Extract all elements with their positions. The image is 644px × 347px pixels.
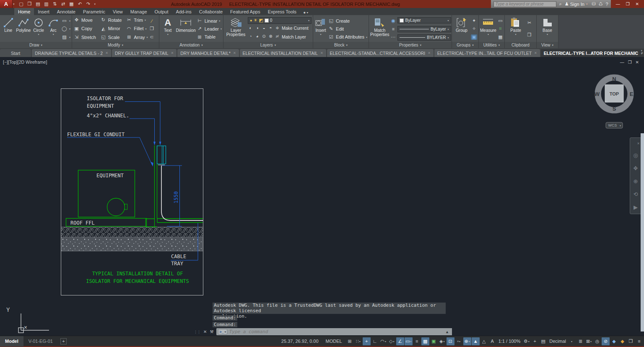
command-tools-icon[interactable]: ⚒ (210, 329, 213, 334)
circle-button[interactable]: Circle ▾ (31, 16, 45, 42)
viewcube-south[interactable]: S (613, 106, 616, 112)
file-tab[interactable]: ELECTRICAL INSTALLATION DETAIL✕ (240, 49, 326, 57)
join-button[interactable]: ⊂ (149, 33, 155, 41)
viewcube-north[interactable]: N (612, 76, 616, 82)
hatch-button[interactable]: ▨▾ (61, 33, 70, 41)
transparency-toggle-icon[interactable]: ▩ (421, 337, 429, 345)
save-as-icon[interactable]: ▥ (44, 1, 49, 7)
linetype-list-button[interactable]: ≡ (390, 25, 397, 33)
command-close-icon[interactable]: ✕ (203, 329, 207, 334)
cut-button[interactable]: ✂ (526, 19, 532, 27)
close-button[interactable]: ✕ (636, 2, 639, 6)
dynamic-input-icon[interactable]: + (363, 337, 371, 345)
annotation-monitor-icon[interactable]: + (531, 337, 539, 345)
osnap-tracking-icon[interactable]: ∠ (396, 337, 404, 345)
erase-button[interactable]: ∕ (149, 17, 155, 25)
viewport-restore-icon[interactable]: ❐ (628, 60, 632, 65)
lock-ui-icon[interactable]: ⊠▾ (585, 337, 593, 345)
block-create-button[interactable]: ◱Create (328, 17, 367, 25)
arc-button[interactable]: Arc ▾ (47, 16, 60, 42)
annotation-panel-label[interactable]: Annotation▾ (159, 42, 223, 48)
close-tab-icon[interactable]: ✕ (105, 51, 108, 55)
command-input-field[interactable]: >_▾ ▲ (216, 328, 452, 335)
properties-panel-label[interactable]: Properties▾ (369, 42, 452, 48)
lineweight-toggle-icon[interactable]: ≡ (413, 337, 421, 345)
layer-tool-icon[interactable]: ◑ (254, 26, 260, 31)
match-layer-button[interactable]: Match Layer (282, 34, 306, 39)
base-button[interactable]: Base ▾ (538, 16, 557, 42)
clean-screen-icon[interactable]: ❒ (627, 337, 635, 345)
command-input[interactable] (229, 329, 443, 334)
selection-cycling-icon[interactable]: ▣ (430, 337, 438, 345)
paste-button[interactable]: Paste ▾ (506, 16, 525, 42)
alert-icon[interactable]: ◆ (618, 337, 626, 345)
file-tab-start[interactable]: Start (0, 49, 31, 57)
ucs-icon[interactable]: Y ✕ (6, 306, 49, 333)
layer-tool-icon[interactable]: ⊗ (268, 34, 273, 39)
command-line[interactable]: ⋮⋮ ✕ ⚒ >_▾ ▲ (193, 328, 452, 335)
layer-tool-icon[interactable]: ⊙ (261, 34, 267, 39)
navigation-bar[interactable]: ✕ ◎ ✥ ⊕ ⟲ ▶ (630, 137, 641, 214)
stretch-button[interactable]: ⇲Stretch (73, 33, 96, 41)
orbit-icon[interactable]: ⟲ (634, 191, 638, 197)
autoscale-icon[interactable]: △ (480, 337, 488, 345)
viewcube[interactable]: N S W E TOP WCS ▾ (595, 76, 634, 128)
close-tab-icon[interactable]: ✕ (233, 51, 236, 55)
tab-view[interactable]: View (109, 8, 127, 15)
logo-caret-icon[interactable]: ▾ (13, 3, 15, 6)
tab-featured-apps[interactable]: Featured Apps (226, 8, 264, 15)
calculator-button[interactable]: ▦ (497, 33, 504, 41)
open-icon[interactable]: ❒ (27, 1, 33, 7)
snap-toggle-icon[interactable]: ∷▾ (354, 337, 362, 345)
navbar-close-icon[interactable]: ✕ (637, 142, 640, 145)
isolate-objects-icon[interactable]: ◎ (593, 337, 601, 345)
quick-select-button[interactable]: ▭ (497, 17, 504, 25)
group-selection-button[interactable]: ▣ (471, 33, 477, 41)
trim-button[interactable]: ✂Trim▾ (126, 16, 148, 24)
explode-button[interactable]: ❒ (149, 25, 155, 33)
object-snap-icon[interactable]: ▭▾ (405, 337, 413, 345)
undo-icon[interactable]: ↶ (77, 1, 83, 7)
save-icon[interactable]: ▤ (35, 1, 41, 7)
block-edit-button[interactable]: ✎Edit (328, 25, 367, 33)
layer-dropdown[interactable]: ● ☀ ◩ 0 ▾ (248, 17, 312, 24)
workspace-switching-icon[interactable]: ⚙▾ (522, 337, 530, 345)
mobile-icon[interactable]: ⇅ (52, 1, 58, 7)
performance-icon[interactable]: ◆ (610, 337, 618, 345)
file-tab[interactable]: DRY MANHOLE DETAIL*✕ (177, 49, 239, 57)
zoom-icon[interactable]: ⊕ (634, 178, 638, 184)
tab-manage[interactable]: Manage (127, 8, 151, 15)
lineweight-dropdown[interactable]: BYLAYER ▾ (397, 34, 451, 41)
group-edit-button[interactable]: ✧ (471, 25, 477, 33)
rotate-button[interactable]: ↻Rotate (100, 16, 122, 24)
clipboard-panel-label[interactable]: Clipboard (505, 42, 536, 48)
customization-icon[interactable]: ≡ (635, 337, 643, 345)
array-button[interactable]: ⊞Array▾ (126, 33, 148, 41)
annotation-visibility-icon[interactable]: ▲ (472, 337, 480, 345)
dynamic-ucs-icon[interactable]: ⊡ (447, 337, 454, 345)
minimize-button[interactable]: — (616, 2, 620, 6)
copy-clip-button[interactable]: ❒ (526, 31, 532, 39)
rectangle-button[interactable]: ▭▾ (61, 17, 70, 25)
table-button[interactable]: ⊞Table (197, 33, 222, 41)
quick-properties-icon[interactable]: ≣ (576, 337, 584, 345)
viewcube-top-label[interactable]: TOP (610, 91, 619, 96)
viewcube-east[interactable]: E (630, 91, 634, 97)
media-button[interactable]: ⏺ ▾ (300, 10, 312, 15)
osnap-3d-icon[interactable]: ◈▾ (438, 337, 446, 345)
selection-filtering-icon[interactable]: ▫▾ (455, 337, 463, 345)
viewport-controls-label[interactable]: [−][Top][2D Wireframe] (3, 60, 47, 65)
command-grip-icon[interactable]: ⋮⋮ (194, 330, 200, 334)
units-caret-icon[interactable]: ▾ (568, 337, 576, 345)
viewport-minimize-icon[interactable]: — (620, 60, 624, 65)
groups-panel-label[interactable]: Groups▾ (452, 42, 478, 48)
close-tab-icon[interactable]: ✕ (320, 51, 323, 55)
units-icon[interactable]: ▤ (539, 337, 547, 345)
linetype-dropdown[interactable]: ByLayer ▾ (397, 26, 451, 32)
polar-tracking-icon[interactable]: ◠▾ (379, 337, 387, 345)
modify-panel-label[interactable]: Modify▾ (72, 42, 159, 48)
search-input[interactable] (493, 1, 556, 7)
new-layout-button[interactable]: + (60, 338, 67, 344)
model-space-toggle[interactable]: MODEL (322, 339, 345, 344)
file-tab[interactable]: DRY GULLY TRAP DETAIL✕ (112, 49, 177, 57)
